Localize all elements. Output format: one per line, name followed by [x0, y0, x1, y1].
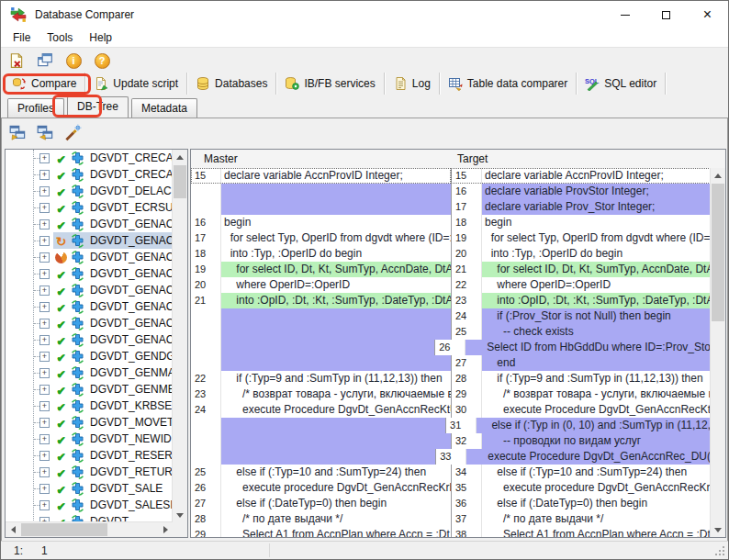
tree-row[interactable]: DGVDT_NEWID [6, 431, 173, 447]
target-code-line[interactable]: execute procedure DgvDt_GenAccnRecKrb(: [482, 480, 711, 496]
target-code-line[interactable]: Select ID from HbGddDu where ID=:Prov_St… [465, 340, 711, 355]
master-code-line[interactable]: /* по дате выдачи */ [221, 511, 451, 527]
tree-row[interactable]: DGVDT_SALE [6, 480, 173, 497]
diff-row[interactable]: 23 /* возврат товара - услуги, включаемы… [191, 386, 711, 402]
tab-ibfb-services[interactable]: IB/FB services [276, 73, 384, 95]
diff-row[interactable]: 24 execute Procedure DgvDt_GenAccnRecKtU… [191, 402, 711, 418]
find-object-button[interactable] [61, 120, 84, 144]
help-button[interactable]: ? [91, 50, 113, 72]
close-button[interactable]: × [687, 1, 728, 28]
tab-update-script[interactable]: Update script [85, 73, 187, 95]
expand-icon[interactable] [39, 286, 50, 296]
scroll-right-arrow-icon[interactable] [158, 522, 173, 537]
diff-row[interactable]: 33 execute Procedure DgvDt_GenAccnRec_DU… [191, 449, 711, 465]
target-code-line[interactable]: -- check exists [482, 324, 711, 340]
target-code-line[interactable]: where OperID=:OperID [482, 277, 711, 293]
scroll-down-arrow-icon[interactable] [173, 508, 187, 522]
expand-icon[interactable] [39, 153, 50, 163]
master-code-line[interactable] [221, 433, 451, 449]
target-code-line[interactable]: -- проводки по видам услуг [482, 433, 711, 449]
tree-row[interactable]: DGVDT_MOVET [6, 414, 173, 431]
diff-row[interactable]: 16 declare variable ProvStor Integer; [191, 184, 711, 199]
tab-table-data-comparer[interactable]: Table data comparer [440, 73, 577, 95]
tree-row[interactable]: DGVDT_GENAC [6, 315, 173, 331]
master-code-line[interactable]: into :OpID, :Dt, :Kt, :SumTyp, :DateTyp,… [221, 293, 451, 308]
target-code-line[interactable]: Select A1 from AccnPlan where Accn = :Dt… [482, 527, 711, 537]
target-code-line[interactable]: for select ID, Dt, Kt, SumTyp, AccnDate,… [482, 262, 711, 277]
master-code-line[interactable]: execute Procedure DgvDt_GenAccnRecKtU( [221, 402, 451, 418]
tree-vertical-scrollbar[interactable] [172, 150, 187, 522]
diff-row[interactable]: 17 declare variable Prov_Stor Integer; [191, 199, 711, 215]
tree-row[interactable]: DGVDT_DELAC [6, 183, 173, 199]
tree-row[interactable]: DGVDT_GENME [6, 381, 173, 398]
target-code-line[interactable]: /* возврат товара - услуги, включаемые в [482, 386, 711, 402]
tree-row[interactable]: DGVDT_ECRSU [6, 199, 173, 216]
target-code-line[interactable]: declare variable AccnProvID Integer; [482, 168, 711, 184]
tree-row[interactable]: DGVDT_GENAC [6, 298, 173, 315]
expand-icon[interactable] [39, 467, 50, 477]
expand-icon[interactable] [39, 368, 50, 378]
target-code-line[interactable]: else if (:DateTyp=0) then begin [482, 496, 711, 511]
close-script-button[interactable] [6, 50, 28, 72]
master-code-line[interactable] [221, 355, 451, 371]
diff-row[interactable]: 16 begin 18 begin [191, 215, 711, 230]
target-code-line[interactable]: into :OpID, :Dt, :Kt, :SumTyp, :DateTyp,… [482, 293, 711, 308]
expand-icon[interactable] [39, 186, 50, 196]
diff-row[interactable]: 27 else if (:DateTyp=0) then begin 36 el… [191, 496, 711, 511]
tab-sql-editor[interactable]: SQL SQL editor [577, 73, 666, 95]
tree-row[interactable]: DGVDT_CRECA [6, 166, 173, 183]
expand-icon[interactable] [39, 269, 50, 279]
tree-row[interactable]: DGVDT_CRECA [6, 150, 173, 166]
master-code-line[interactable]: for select Typ, OperID from dgvdt where … [221, 230, 451, 246]
master-code-line[interactable]: begin [221, 215, 451, 230]
expand-icon[interactable] [39, 319, 50, 329]
diff-row[interactable]: 18 into :Typ, :OperID do begin 20 into :… [191, 246, 711, 262]
tree-row[interactable]: DGVDT_GENAC [6, 216, 173, 232]
diff-row[interactable]: 26 Select ID from HbGddDu where ID=:Prov… [191, 340, 711, 355]
scrollbar-thumb[interactable] [21, 523, 107, 536]
master-code-line[interactable]: Select A1 from AccnPlan where Accn = :Dt… [221, 527, 451, 537]
expand-icon[interactable] [39, 434, 50, 444]
tree-row[interactable]: DGVDT_GENAC [6, 331, 173, 348]
target-code-line[interactable]: /* по дате выдачи */ [482, 511, 711, 527]
target-code-line[interactable]: declare variable Prov_Stor Integer; [482, 199, 711, 215]
diff-row[interactable]: 26 execute procedure DgvDt_GenAccnRecKrb… [191, 480, 711, 496]
expand-icon[interactable] [39, 170, 50, 180]
expand-icon[interactable] [39, 352, 50, 362]
tab-databases[interactable]: Databases [187, 73, 276, 95]
expand-icon[interactable] [39, 252, 50, 263]
target-code-line[interactable]: if (:Prov_Stor is not Null) then begin [482, 308, 711, 324]
scrollbar-thumb[interactable] [712, 184, 724, 321]
expand-icon[interactable] [39, 302, 50, 312]
scrollbar-thumb[interactable] [174, 165, 186, 198]
expand-icon[interactable] [39, 236, 50, 246]
master-code-line[interactable] [221, 324, 451, 340]
tab-metadata[interactable]: Metadata [131, 98, 197, 118]
master-code-line[interactable]: /* возврат товара - услуги, включаемые в [221, 386, 451, 402]
tree-row[interactable]: DGVDT_GENAC [6, 232, 173, 249]
check-objects-button[interactable] [6, 120, 29, 144]
diff-row[interactable]: 25 else if (:Typ=10 and :SumTyp=24) then… [191, 465, 711, 480]
minimize-button[interactable] [604, 1, 645, 28]
diff-row[interactable]: 25 -- check exists [191, 324, 711, 340]
diff-row[interactable]: 20 where OperID=:OperID 22 where OperID=… [191, 277, 711, 293]
menu-tools[interactable]: Tools [39, 29, 81, 46]
expand-icon[interactable] [39, 401, 50, 411]
diff-row[interactable]: 24 if (:Prov_Stor is not Null) then begi… [191, 308, 711, 324]
master-code-line[interactable]: where OperID=:OperID [221, 277, 451, 293]
target-code-line[interactable]: execute Procedure DgvDt_GenAccnRec_DU( [466, 449, 711, 465]
expand-icon[interactable] [39, 203, 50, 213]
diff-vertical-scrollbar[interactable] [710, 168, 725, 537]
expand-icon[interactable] [39, 500, 50, 510]
tab-compare[interactable]: Compare [4, 73, 85, 95]
target-code-line[interactable]: if (:Typ=9 and :SumTyp in (11,12,13)) th… [482, 371, 711, 386]
tab-db-tree[interactable]: DB-Tree [67, 96, 129, 118]
master-code-line[interactable] [221, 449, 435, 465]
expand-icon[interactable] [39, 385, 50, 395]
master-code-line[interactable]: into :Typ, :OperID do begin [221, 246, 451, 262]
expand-icon[interactable] [39, 484, 50, 494]
tree-row[interactable]: DGVDT_RESER [6, 447, 173, 464]
scroll-up-arrow-icon[interactable] [711, 168, 725, 183]
expand-icon[interactable] [39, 451, 50, 461]
tree-row[interactable]: DGVDT_GENAC [6, 282, 173, 298]
